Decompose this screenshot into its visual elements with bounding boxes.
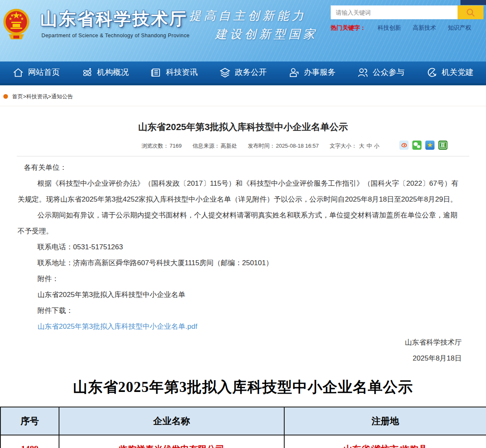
nav-label: 机关党建 xyxy=(442,67,473,78)
news-icon xyxy=(150,67,162,78)
search-button[interactable] xyxy=(458,5,483,19)
table-header-row: 序号 企业名称 注册地 xyxy=(0,407,486,435)
atom-icon xyxy=(82,67,93,78)
attachment-pdf-link[interactable]: 山东省2025年第3批拟入库科技型中小企业名单.pdf xyxy=(38,323,198,330)
meta-source: 信息来源：高新处 xyxy=(193,142,237,150)
article-body: 各有关单位： 根据《科技型中小企业评价办法》（国科发政〔2017〕115号）和《… xyxy=(0,156,486,335)
search-icon xyxy=(465,8,476,18)
paragraph-salutation: 各有关单位： xyxy=(18,160,462,176)
paragraph-phone: 联系电话：0531-51751263 xyxy=(18,239,462,255)
paragraph-objection: 公示期间如有异议，请于公示期内提交书面材料，个人提交材料请署明真实姓名和联系方式… xyxy=(18,207,462,239)
column-header-location: 注册地 xyxy=(284,407,486,435)
douban-glyph: 豆 xyxy=(439,142,447,148)
time-label: 发布时间： xyxy=(248,143,275,149)
wechat-share-icon[interactable] xyxy=(412,141,422,150)
layers-icon xyxy=(219,67,231,78)
site-header: 山东省科学技术厅 Department of Science & Technol… xyxy=(0,0,486,61)
national-emblem-logo xyxy=(3,3,29,45)
breadcrumb-separator: > xyxy=(23,93,26,100)
search-box xyxy=(331,5,483,19)
qzone-star-glyph: ★ xyxy=(427,142,433,148)
meta-publish-time: 发布时间：2025-08-18 16:57 xyxy=(248,142,319,150)
share-icons: ★ 豆 xyxy=(399,141,447,150)
site-slogan: 提高自主创新能力 建设创新型国家 xyxy=(189,7,318,44)
hot-keyword-tech-innovation[interactable]: 科技创新 xyxy=(378,24,401,32)
source-value: 高新处 xyxy=(221,143,237,149)
column-header-company: 企业名称 xyxy=(59,407,284,435)
article-meta-row: 浏览次数：7169 信息来源：高新处 发布时间：2025-08-18 16:57… xyxy=(0,141,486,151)
signature-date: 2025年8月18日 xyxy=(0,351,462,366)
nav-label: 机构概况 xyxy=(97,67,129,78)
fontsize-small-button[interactable]: 小 xyxy=(374,143,380,149)
paragraph-basis: 根据《科技型中小企业评价办法》（国科发政〔2017〕115号）和《科技型中小企业… xyxy=(18,176,462,207)
breadcrumb-home[interactable]: 首页 xyxy=(12,93,23,100)
fontsize-medium-button[interactable]: 中 xyxy=(367,143,372,149)
fontsize-large-button[interactable]: 大 xyxy=(359,143,365,149)
nav-item-news[interactable]: 科技资讯 xyxy=(150,67,198,78)
site-title: 山东省科学技术厅 xyxy=(40,8,188,31)
hot-keywords-row: 热门关键字： 科技创新 高新技术 知识产权 xyxy=(331,24,471,32)
meta-views: 浏览次数：7169 xyxy=(141,142,182,150)
meta-font-size: 文字大小：大中小 xyxy=(330,142,380,150)
hot-keyword-ip[interactable]: 知识产权 xyxy=(448,24,471,32)
paragraph-attachment-name: 山东省2025年第3批拟入库科技型中小企业名单 xyxy=(18,287,462,303)
breadcrumb-news[interactable]: 科技资讯 xyxy=(26,93,48,100)
cell-company: 临朐祥泰光伏发电有限公司 xyxy=(59,435,284,448)
signature-org: 山东省科学技术厅 xyxy=(0,335,462,351)
nav-item-gov-disclosure[interactable]: 政务公开 xyxy=(219,67,267,78)
roster-table: 序号 企业名称 注册地 1489 临朐祥泰光伏发电有限公司 山东省/潍坊市/临朐… xyxy=(0,407,486,448)
paragraph-attachment-label: 附件： xyxy=(18,271,462,287)
paragraph-download-link: 山东省2025年第3批拟入库科技型中小企业名单.pdf xyxy=(18,319,462,335)
roster-title: 山东省2025年第3批拟入库科技型中小企业名单公示 xyxy=(0,377,486,397)
nav-label: 政务公开 xyxy=(235,67,267,78)
article-signature: 山东省科学技术厅 2025年8月18日 xyxy=(0,335,486,366)
hot-keyword-high-tech[interactable]: 高新技术 xyxy=(413,24,436,32)
weibo-share-icon[interactable] xyxy=(399,141,409,150)
corner-decoration xyxy=(460,0,486,5)
home-icon xyxy=(13,67,24,78)
cell-location: 山东省/潍坊市/临朐县 xyxy=(284,435,486,448)
source-label: 信息来源： xyxy=(193,143,220,149)
table-row: 1489 临朐祥泰光伏发电有限公司 山东省/潍坊市/临朐县 xyxy=(0,435,486,448)
breadcrumb-notices[interactable]: 通知公告 xyxy=(51,93,73,100)
douban-share-icon[interactable]: 豆 xyxy=(438,141,447,150)
nav-item-home[interactable]: 网站首页 xyxy=(13,67,60,78)
slogan-line-1: 提高自主创新能力 xyxy=(189,7,318,25)
views-value: 7169 xyxy=(170,143,182,149)
nav-label: 网站首页 xyxy=(28,67,60,78)
nav-label: 科技资讯 xyxy=(166,67,198,78)
paragraph-download-label: 附件下载： xyxy=(18,303,462,319)
main-nav: 网站首页 机构概况 科技资讯 政务公开 办事服务 xyxy=(0,61,486,83)
nav-label: 公众参与 xyxy=(373,67,404,78)
breadcrumb-dot-icon xyxy=(3,94,8,99)
qzone-share-icon[interactable]: ★ xyxy=(425,141,435,150)
breadcrumb: 首页>科技资讯>通知公告 xyxy=(12,93,73,100)
search-input[interactable] xyxy=(331,5,458,19)
nav-item-services[interactable]: 办事服务 xyxy=(288,67,336,78)
column-header-index: 序号 xyxy=(0,407,59,435)
time-value: 2025-08-18 16:57 xyxy=(276,143,319,149)
wechat-bubble-small xyxy=(417,145,420,148)
views-label: 浏览次数： xyxy=(141,143,169,149)
cell-index: 1489 xyxy=(0,435,59,448)
hot-keywords-label: 热门关键字： xyxy=(331,24,366,32)
nav-item-public-participation[interactable]: 公众参与 xyxy=(357,67,404,78)
breadcrumb-bar: 首页>科技资讯>通知公告 xyxy=(0,85,486,106)
nav-item-party-building[interactable]: 机关党建 xyxy=(426,67,473,78)
slogan-line-2: 建设创新型国家 xyxy=(215,25,318,44)
people-icon xyxy=(357,67,368,78)
nav-item-about[interactable]: 机构概况 xyxy=(82,67,129,78)
weibo-glyph xyxy=(401,143,407,147)
nav-label: 办事服务 xyxy=(304,67,336,78)
article-title: 山东省2025年第3批拟入库科技型中小企业名单公示 xyxy=(0,121,486,133)
fontsize-label: 文字大小： xyxy=(330,143,357,149)
person-badge-icon xyxy=(288,67,300,78)
paragraph-address: 联系地址：济南市高新区舜华路607号科技大厦1115房间（邮编：250101） xyxy=(18,255,462,271)
site-subtitle: Department of Science & Technology of Sh… xyxy=(41,33,190,38)
party-emblem-icon xyxy=(426,67,437,78)
